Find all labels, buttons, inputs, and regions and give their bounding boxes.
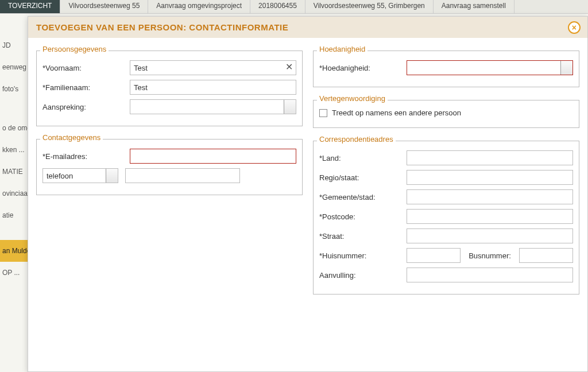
modal-header: TOEVOEGEN VAN EEN PERSOON: CONTACTINFORM…: [28, 17, 587, 38]
gemeente-input[interactable]: [407, 189, 573, 204]
familienaam-input[interactable]: [130, 80, 296, 95]
postcode-label: *Postcode:: [319, 212, 407, 221]
background-tabs: TOVERZICHT Vilvoordsesteenweg 55 Aanvraa…: [0, 0, 588, 14]
side-item: MATIE: [0, 161, 29, 183]
side-item: eenweg 5: [0, 56, 29, 78]
side-item: JD: [0, 34, 29, 56]
aanvulling-input[interactable]: [407, 268, 573, 282]
busnummer-label: Busnummer:: [469, 251, 511, 260]
gemeente-label: *Gemeente/stad:: [319, 193, 407, 202]
panel-legend: Hoedanigheid: [317, 45, 368, 53]
land-label: *Land:: [319, 154, 407, 162]
aanspreking-select[interactable]: [130, 99, 296, 114]
side-item-highlight: an Mulde: [0, 240, 29, 262]
represent-checkbox-label: Treedt op namens een andere persoon: [332, 108, 461, 117]
regio-label: Regio/staat:: [319, 173, 407, 182]
panel-legend: Correspondentieadres: [317, 135, 396, 144]
bg-tab[interactable]: Vilvoordsesteenweg 55: [60, 0, 148, 13]
land-input[interactable]: [407, 150, 573, 165]
aanvulling-label: Aanvulling:: [319, 271, 407, 280]
close-icon[interactable]: ×: [568, 21, 581, 34]
straat-label: *Straat:: [319, 232, 407, 241]
side-item: kken ...: [0, 139, 29, 161]
side-item: foto's: [0, 78, 29, 100]
hoedanigheid-select[interactable]: [407, 60, 573, 75]
busnummer-input[interactable]: [519, 248, 573, 263]
side-item: OP ...: [0, 262, 29, 284]
bg-tab[interactable]: Aanvraag omgevingsproject: [148, 0, 250, 13]
voornaam-input[interactable]: [130, 60, 296, 75]
panel-correspondentieadres: Correspondentieadres *Land: Regio/staat:…: [313, 141, 579, 294]
straat-input[interactable]: [407, 228, 573, 243]
panel-legend: Vertegenwoordiging: [317, 94, 388, 103]
panel-vertegenwoordiging: Vertegenwoordiging Treedt op namens een …: [313, 100, 579, 128]
bg-tab[interactable]: 2018006455: [250, 0, 305, 13]
panel-contactgegevens: Contactgegevens *E-mailadres: telefoon: [36, 139, 303, 195]
hoedanigheid-label: *Hoedanigheid:: [319, 64, 407, 72]
voornaam-label: *Voornaam:: [42, 64, 130, 72]
email-input[interactable]: [130, 149, 296, 164]
bg-tab[interactable]: Vilvoordsesteenweg 55, Grimbergen: [305, 0, 434, 13]
familienaam-label: *Familienaam:: [42, 83, 130, 92]
modal-title: TOEVOEGEN VAN EEN PERSOON: CONTACTINFORM…: [36, 22, 288, 32]
panel-legend: Persoonsgegevens: [40, 45, 109, 53]
bg-tab[interactable]: Aanvraag samenstell: [434, 0, 514, 13]
panel-persoonsgegevens: Persoonsgegevens *Voornaam: ✕ *Familiena…: [36, 51, 303, 126]
background-sidebar: JD eenweg 5 foto's o de omg kken ... MAT…: [0, 34, 29, 284]
side-item: o de omg: [0, 117, 29, 139]
bg-tab[interactable]: TOVERZICHT: [0, 0, 60, 13]
side-item: atie: [0, 204, 29, 226]
represent-checkbox[interactable]: [319, 109, 327, 117]
panel-legend: Contactgegevens: [40, 133, 103, 142]
side-item: ovinciaal: [0, 183, 29, 204]
modal-dialog: TOEVOEGEN VAN EEN PERSOON: CONTACTINFORM…: [28, 16, 588, 372]
huisnummer-input[interactable]: [407, 248, 461, 263]
email-label: *E-mailadres:: [42, 152, 130, 161]
panel-hoedanigheid: Hoedanigheid *Hoedanigheid:: [313, 51, 579, 87]
aanspreking-label: Aanspreking:: [42, 103, 130, 111]
phone-number-input[interactable]: [125, 168, 240, 183]
clear-icon[interactable]: ✕: [285, 63, 293, 72]
postcode-input[interactable]: [407, 209, 573, 224]
huisnummer-label: *Huisnummer:: [319, 251, 407, 260]
phone-type-select[interactable]: telefoon: [42, 168, 118, 183]
regio-input[interactable]: [407, 170, 573, 185]
